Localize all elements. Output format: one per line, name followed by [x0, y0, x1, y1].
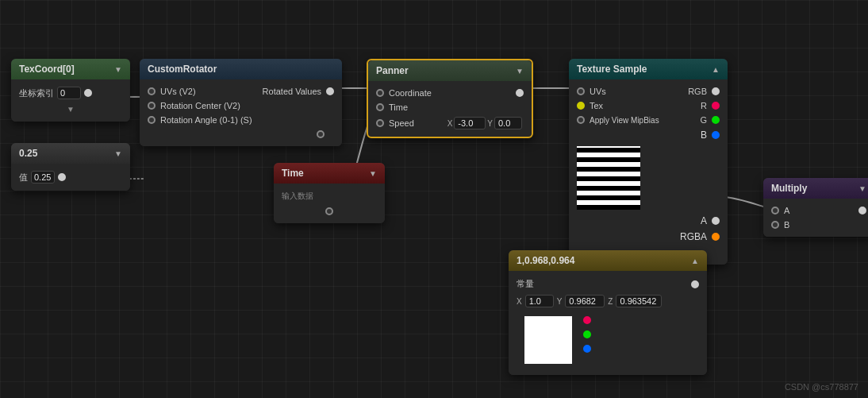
texture-sample-b-label: B — [701, 129, 707, 141]
panner-node: Panner ▼ Coordinate Time Speed X Y — [367, 59, 533, 138]
constant-out-pin[interactable] — [691, 280, 699, 288]
texture-sample-node: Texture Sample ▲ UVs RGB Tex R Apply Vie… — [569, 59, 728, 265]
panner-coordinate-row: Coordinate — [368, 86, 532, 100]
constant-g-pin[interactable] — [583, 330, 591, 338]
panner-speed-row: Speed X Y — [368, 114, 532, 132]
texture-sample-uvs-label: UVs — [590, 87, 683, 96]
watermark: CSDN @cs778877 — [785, 382, 858, 392]
time-title: Time — [282, 168, 304, 179]
texture-sample-mip-row: Apply View MipBias G — [569, 113, 728, 127]
texcoord-coord-input[interactable] — [57, 87, 81, 99]
time-node: Time ▼ 输入数据 — [274, 163, 385, 223]
custom-rotator-center-row: Rotation Center (V2) — [140, 99, 342, 113]
constant-label-row: 常量 — [509, 276, 707, 292]
texture-sample-uvs-row: UVs RGB — [569, 84, 728, 99]
custom-rotator-uvs-label: UVs (V2) — [160, 87, 258, 96]
multiply-a-row: A — [763, 203, 868, 218]
custom-rotator-uvs-pin-in[interactable] — [148, 87, 156, 95]
texture-sample-mip-label: Apply View MipBias — [590, 116, 695, 125]
texture-sample-rgb-pin[interactable] — [712, 87, 720, 95]
constant-x-input[interactable] — [525, 295, 554, 307]
texture-sample-tex-pin-in[interactable] — [577, 102, 585, 110]
texture-sample-header[interactable]: Texture Sample ▲ — [569, 59, 728, 79]
constant-xyz-row: X Y Z — [509, 292, 707, 310]
custom-rotator-bottom-pin[interactable] — [317, 130, 325, 138]
panner-dropdown-icon[interactable]: ▼ — [516, 67, 524, 75]
texture-sample-uvs-pin-in[interactable] — [577, 87, 585, 95]
texcoord-expand-icon[interactable]: ▼ — [67, 105, 75, 114]
texture-sample-dropdown-icon[interactable]: ▲ — [712, 65, 720, 74]
panner-x-label: X — [447, 119, 453, 128]
custom-rotator-rotated-label: Rotated Values — [263, 87, 321, 96]
multiply-node: Multiply ▼ A B — [763, 178, 868, 237]
texture-sample-r-pin[interactable] — [712, 102, 720, 110]
custom-rotator-node: CustomRotator UVs (V2) Rotated Values Ro… — [140, 59, 342, 146]
panner-header[interactable]: Panner ▼ — [368, 60, 532, 81]
constant-y-label: Y — [557, 297, 563, 306]
texture-sample-b-pin[interactable] — [712, 131, 720, 139]
value-025-dropdown-icon[interactable]: ▼ — [114, 149, 122, 158]
texture-sample-rgba-label: RGBA — [680, 231, 707, 242]
time-header[interactable]: Time ▼ — [274, 163, 385, 184]
texture-sample-a-pin[interactable] — [712, 217, 720, 225]
texcoord-header[interactable]: TexCoord[0] ▼ — [11, 59, 130, 79]
texture-sample-title: Texture Sample — [577, 64, 647, 75]
constant-node: 1,0.968,0.964 ▲ 常量 X Y Z — [509, 250, 707, 375]
custom-rotator-rotated-pin-out[interactable] — [326, 87, 334, 95]
panner-speed-x-input[interactable] — [454, 117, 486, 129]
custom-rotator-angle-pin-in[interactable] — [148, 116, 156, 124]
multiply-a-label: A — [784, 206, 854, 215]
multiply-out-pin[interactable] — [858, 207, 866, 214]
value-025-input[interactable] — [31, 171, 55, 184]
panner-coordinate-label: Coordinate — [389, 88, 511, 98]
time-dropdown-icon[interactable]: ▼ — [369, 169, 377, 178]
custom-rotator-angle-label: Rotation Angle (0-1) (S) — [160, 115, 329, 125]
texcoord-coord-row: 坐标索引 — [11, 84, 130, 102]
constant-r-pin[interactable] — [583, 316, 591, 324]
panner-y-label: Y — [487, 119, 493, 128]
texcoord-title: TexCoord[0] — [19, 64, 75, 75]
value-025-title: 0.25 — [19, 148, 37, 159]
texture-sample-rgba-pin[interactable] — [712, 233, 720, 241]
texture-sample-a-label: A — [701, 215, 707, 226]
multiply-header[interactable]: Multiply ▼ — [763, 178, 868, 199]
time-footer — [274, 204, 385, 218]
custom-rotator-uvs-row: UVs (V2) Rotated Values — [140, 84, 342, 99]
multiply-b-pin-in[interactable] — [771, 221, 779, 229]
value-025-node: 0.25 ▼ 值 — [11, 143, 130, 191]
texcoord-coord-pin-out[interactable] — [84, 89, 92, 97]
constant-color-preview — [524, 316, 572, 364]
constant-b-pin[interactable] — [583, 345, 591, 353]
constant-dropdown-icon[interactable]: ▲ — [691, 257, 699, 265]
panner-speed-pin-in[interactable] — [376, 119, 384, 127]
time-bottom-pin[interactable] — [325, 207, 333, 215]
texture-sample-g-pin[interactable] — [712, 116, 720, 124]
panner-speed-y-input[interactable] — [494, 117, 522, 129]
custom-rotator-center-label: Rotation Center (V2) — [160, 101, 329, 110]
texcoord-dropdown-icon[interactable]: ▼ — [114, 65, 122, 74]
custom-rotator-footer — [140, 127, 342, 141]
texcoord-node: TexCoord[0] ▼ 坐标索引 ▼ — [11, 59, 130, 122]
multiply-title: Multiply — [771, 183, 807, 194]
texcoord-coord-label: 坐标索引 — [19, 87, 54, 99]
constant-header[interactable]: 1,0.968,0.964 ▲ — [509, 250, 707, 271]
texture-sample-tex-label: Tex — [590, 101, 696, 110]
custom-rotator-header[interactable]: CustomRotator — [140, 59, 342, 79]
constant-title: 1,0.968,0.964 — [517, 255, 574, 266]
constant-label: 常量 — [517, 278, 534, 290]
texture-sample-g-label: G — [700, 115, 707, 125]
multiply-dropdown-icon[interactable]: ▼ — [858, 184, 866, 193]
panner-out-pin[interactable] — [516, 89, 524, 97]
value-025-header[interactable]: 0.25 ▼ — [11, 143, 130, 164]
panner-coordinate-pin-in[interactable] — [376, 89, 384, 97]
panner-time-pin-in[interactable] — [376, 103, 384, 111]
constant-y-input[interactable] — [565, 295, 605, 307]
texture-sample-mip-pin-in[interactable] — [577, 116, 585, 124]
constant-z-label: Z — [608, 297, 613, 306]
multiply-a-pin-in[interactable] — [771, 207, 779, 214]
texcoord-footer: ▼ — [11, 102, 130, 117]
constant-z-input[interactable] — [616, 295, 662, 307]
panner-speed-label: Speed — [389, 118, 443, 128]
custom-rotator-center-pin-in[interactable] — [148, 102, 156, 110]
value-025-pin-out[interactable] — [58, 173, 66, 181]
